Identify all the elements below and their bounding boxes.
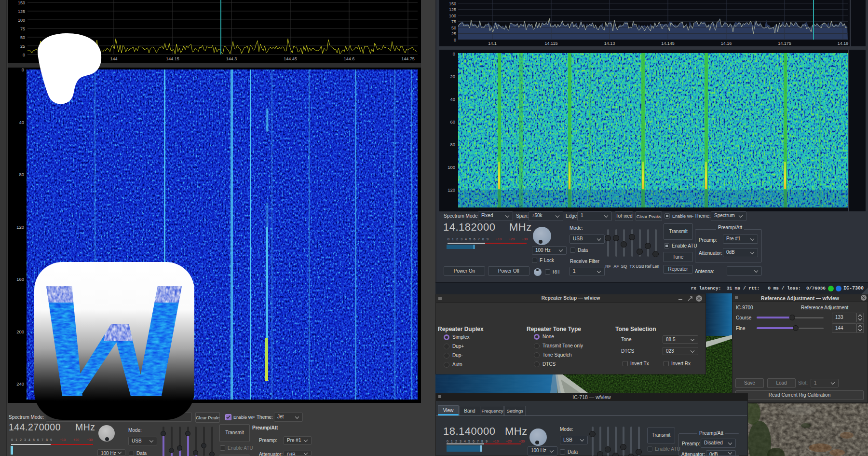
svg-text:150: 150 bbox=[18, 0, 25, 5]
svg-text:14.115: 14.115 bbox=[545, 41, 558, 46]
svg-text:100: 100 bbox=[449, 14, 456, 18]
svg-text:25: 25 bbox=[20, 44, 25, 49]
svg-text:144.3: 144.3 bbox=[226, 56, 237, 61]
svg-text:14.19: 14.19 bbox=[838, 41, 849, 46]
svg-text:50: 50 bbox=[20, 35, 25, 40]
svg-text:144.15: 144.15 bbox=[166, 56, 179, 61]
svg-text:144.45: 144.45 bbox=[284, 56, 297, 61]
svg-text:150: 150 bbox=[449, 1, 456, 6]
svg-text:14.145: 14.145 bbox=[661, 41, 675, 46]
svg-text:100: 100 bbox=[18, 18, 25, 23]
svg-text:75: 75 bbox=[451, 19, 456, 24]
svg-text:14.13: 14.13 bbox=[604, 41, 615, 46]
svg-text:14.16: 14.16 bbox=[721, 41, 732, 46]
svg-text:144.6: 144.6 bbox=[344, 56, 355, 61]
svg-text:0: 0 bbox=[23, 53, 25, 57]
svg-text:125: 125 bbox=[449, 7, 456, 12]
svg-text:50: 50 bbox=[451, 26, 456, 30]
svg-text:14.175: 14.175 bbox=[778, 41, 791, 46]
svg-text:0: 0 bbox=[454, 38, 456, 42]
svg-text:144: 144 bbox=[110, 56, 117, 61]
svg-text:14.1: 14.1 bbox=[488, 41, 497, 46]
svg-text:144.75: 144.75 bbox=[401, 56, 415, 61]
svg-text:125: 125 bbox=[18, 9, 25, 14]
svg-text:25: 25 bbox=[451, 31, 456, 36]
svg-text:75: 75 bbox=[20, 27, 25, 31]
